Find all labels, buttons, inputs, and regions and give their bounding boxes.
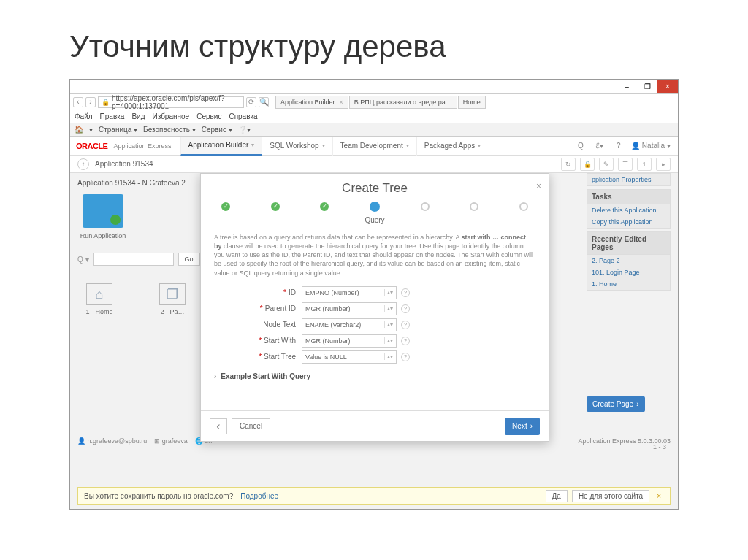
url-input[interactable]: 🔒 https://apex.oracle.com/pls/apex/f?p=4… <box>98 96 244 108</box>
tab-team-dev[interactable]: Team Development▾ <box>332 137 416 156</box>
wizard-back-button[interactable]: ‹ <box>210 418 227 434</box>
bc-redo-icon[interactable]: ↻ <box>561 158 576 171</box>
feed-icon[interactable]: ▾ <box>89 126 93 134</box>
create-page-button[interactable]: Create Page› <box>587 396 645 412</box>
tab-app-builder[interactable]: Application Builder▾ <box>180 137 262 156</box>
page-search-input[interactable] <box>94 253 174 266</box>
save-password-bar: Вы хотите сохранить пароль на oracle.com… <box>77 487 671 505</box>
tb-help-icon[interactable]: ❔▾ <box>238 126 251 134</box>
nav-up-icon[interactable]: ↑ <box>77 158 89 170</box>
run-app-icon <box>83 194 123 228</box>
search-mag-icon[interactable]: Q ▾ <box>77 256 89 264</box>
menu-tools[interactable]: Сервис <box>196 112 221 120</box>
pw-no-button[interactable]: Не для этого сайта <box>572 490 649 502</box>
admin-icon[interactable]: ℰ▾ <box>593 139 606 153</box>
select-node-text[interactable]: ENAME (Varchar2)▴▾ <box>302 318 397 331</box>
page-count: 1 - 3 <box>587 441 671 453</box>
pw-close-icon[interactable]: × <box>654 492 664 500</box>
go-button[interactable]: Go <box>178 253 200 266</box>
modal-close-icon[interactable]: × <box>536 181 541 191</box>
minimize-button[interactable]: – <box>617 80 637 93</box>
apex-header: ORACLE Application Express Application B… <box>70 137 678 156</box>
bc-bug-icon[interactable]: ✎ <box>599 158 614 171</box>
bc-run-icon[interactable]: ▸ <box>656 158 671 171</box>
wizard-step-7 <box>519 202 528 211</box>
help-parent-icon[interactable]: ? <box>401 304 410 313</box>
pw-more-link[interactable]: Подробнее <box>240 492 278 500</box>
search-icon[interactable]: 🔍 <box>259 97 269 107</box>
side-tasks-head: Tasks <box>587 190 670 204</box>
page-tile-2[interactable]: ❐ 2 - Pa… <box>150 283 194 315</box>
tb-safety[interactable]: Безопасность ▾ <box>143 126 196 134</box>
pw-message: Вы хотите сохранить пароль на oracle.com… <box>84 492 233 500</box>
wizard-step-6 <box>470 202 478 211</box>
url-text: https://apex.oracle.com/pls/apex/f?p=400… <box>112 94 240 110</box>
browser-window: – ❐ × ‹ › 🔒 https://apex.oracle.com/pls/… <box>69 79 679 510</box>
breadcrumb-app[interactable]: Application 91534 <box>95 160 153 168</box>
help-icon[interactable]: ? <box>612 139 625 153</box>
help-start-tree-icon[interactable]: ? <box>401 353 410 361</box>
cancel-button[interactable]: Cancel <box>232 418 270 434</box>
lbl-start-with: Start With <box>264 337 296 345</box>
browser-tab-2[interactable]: В РПЦ рассказали о вреде ра… <box>349 96 457 109</box>
next-button[interactable]: Next› <box>505 418 540 435</box>
tab-sql-workshop[interactable]: SQL Workshop▾ <box>262 137 332 156</box>
tab-strip: Application Builder× В РПЦ рассказали о … <box>275 96 675 109</box>
help-id-icon[interactable]: ? <box>401 288 410 297</box>
lbl-parent-id: Parent ID <box>265 304 296 312</box>
link-home-page[interactable]: 1. Home <box>587 278 670 290</box>
pw-yes-button[interactable]: Да <box>546 490 568 502</box>
select-id[interactable]: EMPNO (Number)▴▾ <box>302 286 397 299</box>
browser-tab-3[interactable]: Home <box>458 96 486 109</box>
lbl-id: ID <box>289 288 296 296</box>
side-recent-head: Recently Edited Pages <box>587 232 670 255</box>
select-start-with[interactable]: MGR (Number)▴▾ <box>302 334 397 348</box>
menu-edit[interactable]: Правка <box>100 112 125 120</box>
link-page2[interactable]: 2. Page 2 <box>587 255 670 266</box>
wizard-step-1 <box>221 202 230 211</box>
side-props[interactable]: pplication Properties <box>587 174 670 185</box>
page2-label: 2 - Pa… <box>150 308 194 315</box>
apex-product: Application Express <box>113 142 171 150</box>
help-start-with-icon[interactable]: ? <box>401 337 410 345</box>
menu-favorites[interactable]: Избранное <box>152 112 189 120</box>
search-icon[interactable]: Q <box>574 139 587 153</box>
refresh-icon[interactable]: ⟳ <box>246 97 256 107</box>
bc-page-icon[interactable]: 1 <box>637 158 652 171</box>
select-start-tree[interactable]: Value is NULL▴▾ <box>302 350 397 364</box>
nav-back-icon[interactable]: ‹ <box>73 97 83 107</box>
menu-view[interactable]: Вид <box>131 112 145 120</box>
lock-icon: 🔒 <box>102 99 110 106</box>
home-icon[interactable]: 🏠 <box>75 126 83 134</box>
bc-lock-icon[interactable]: 🔒 <box>580 158 595 171</box>
modal-title: Create Tree × <box>201 174 549 202</box>
wizard-step-5 <box>421 202 430 211</box>
maximize-button[interactable]: ❐ <box>637 80 657 93</box>
wizard-step-3 <box>320 202 329 211</box>
bc-edit-icon[interactable]: ☰ <box>618 158 633 171</box>
link-delete-app[interactable]: Delete this Application <box>587 204 670 216</box>
user-menu[interactable]: 👤Natalia ▾ <box>631 142 671 150</box>
footer-ws: ⊞ grafeeva <box>154 437 188 445</box>
expand-example-query[interactable]: ›Example Start With Query <box>201 365 549 388</box>
link-copy-app[interactable]: Copy this Application <box>587 216 670 228</box>
select-parent-id[interactable]: MGR (Number)▴▾ <box>302 302 397 315</box>
menu-file[interactable]: Файл <box>75 112 93 120</box>
browser-toolbar: 🏠 ▾ Страница ▾ Безопасность ▾ Сервис ▾ ❔… <box>70 123 678 137</box>
browser-tab-1[interactable]: Application Builder× <box>275 96 348 109</box>
help-node-icon[interactable]: ? <box>401 321 410 329</box>
nav-fwd-icon[interactable]: › <box>85 97 96 107</box>
tab-packaged[interactable]: Packaged Apps▾ <box>416 137 489 156</box>
close-button[interactable]: × <box>657 80 678 93</box>
tb-service[interactable]: Сервис ▾ <box>202 126 232 134</box>
oracle-logo: ORACLE <box>70 142 113 150</box>
link-login-page[interactable]: 101. Login Page <box>587 266 670 278</box>
tile-run-app[interactable]: Run Application <box>77 194 129 239</box>
tb-page[interactable]: Страница ▾ <box>99 126 137 134</box>
page-tile-home[interactable]: ⌂ 1 - Home <box>77 283 121 315</box>
menu-help[interactable]: Справка <box>229 112 257 120</box>
chevron-right-icon: › <box>214 372 216 380</box>
footer-user: 👤 n.grafeeva@spbu.ru <box>77 437 147 445</box>
lbl-start-tree: Start Tree <box>264 353 296 361</box>
page2-icon: ❐ <box>159 283 186 305</box>
